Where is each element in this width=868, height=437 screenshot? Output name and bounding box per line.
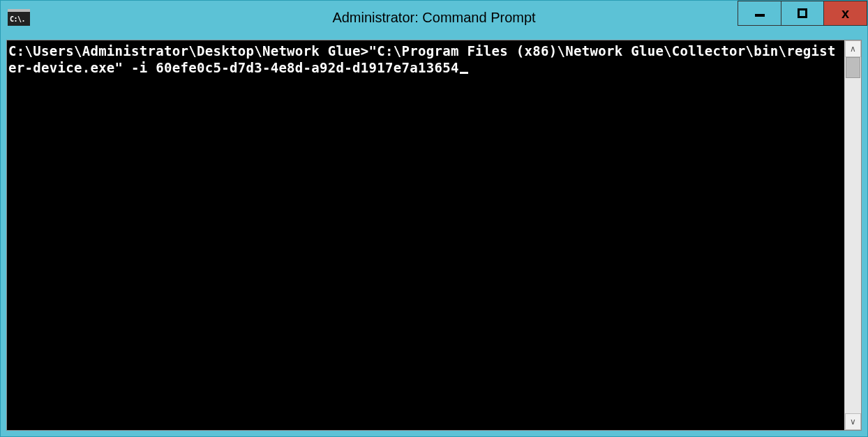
vertical-scrollbar[interactable]: ∧ ∨ xyxy=(844,40,861,430)
command-prompt-window: C:\. Administrator: Command Prompt x C:\… xyxy=(0,0,868,437)
titlebar[interactable]: C:\. Administrator: Command Prompt x xyxy=(1,1,867,34)
chevron-down-icon: ∨ xyxy=(850,417,856,427)
minimize-button[interactable] xyxy=(738,1,781,26)
scroll-down-button[interactable]: ∨ xyxy=(845,413,861,430)
scroll-thumb[interactable] xyxy=(846,57,860,78)
scroll-up-button[interactable]: ∧ xyxy=(845,40,861,57)
chevron-up-icon: ∧ xyxy=(850,44,856,54)
prompt-text: C:\Users\Administrator\Desktop\Network G… xyxy=(8,43,369,59)
maximize-icon xyxy=(798,8,807,18)
cmd-icon: C:\. xyxy=(8,9,30,26)
cursor xyxy=(460,72,468,74)
minimize-icon xyxy=(755,14,765,17)
close-button[interactable]: x xyxy=(824,1,867,26)
client-area: C:\Users\Administrator\Desktop\Network G… xyxy=(6,40,862,431)
scroll-track[interactable] xyxy=(845,57,861,413)
cmd-icon-label: C:\. xyxy=(10,15,25,23)
terminal-output[interactable]: C:\Users\Administrator\Desktop\Network G… xyxy=(7,40,844,430)
window-controls: x xyxy=(738,1,867,34)
close-icon: x xyxy=(841,6,849,20)
maximize-button[interactable] xyxy=(781,1,824,26)
